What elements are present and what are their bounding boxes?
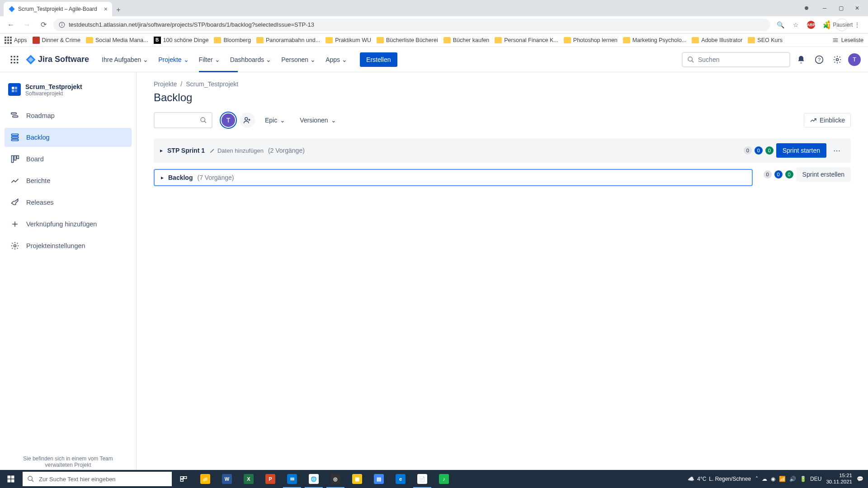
epic-filter[interactable]: Epic⌄ — [260, 114, 290, 127]
bookmark-item[interactable]: Adobe Illustrator — [692, 37, 742, 43]
browser-tab[interactable]: Scrum_Testprojekt – Agile-Board × — [4, 2, 112, 16]
create-button[interactable]: Erstellen — [360, 52, 397, 67]
apps-grid-icon — [5, 37, 12, 44]
sidebar-item-reports[interactable]: Berichte — [5, 171, 132, 190]
jira-logo[interactable]: Jira Software — [25, 54, 89, 65]
taskbar-app-powerpoint[interactable]: P — [259, 470, 281, 488]
nav-your-work[interactable]: Ihre Aufgaben⌄ — [98, 53, 152, 66]
bookmark-item[interactable]: Social Media Mana... — [86, 37, 148, 43]
add-people-button[interactable] — [240, 113, 255, 128]
taskbar-app-notepad[interactable]: 📄 — [411, 470, 433, 488]
taskbar-search-input[interactable]: Zur Suche Text hier eingeben — [23, 472, 172, 486]
tab-close-icon[interactable]: × — [104, 5, 108, 13]
help-icon[interactable]: ? — [812, 52, 826, 67]
profile-avatar[interactable]: T — [848, 53, 861, 66]
abp-extension-icon[interactable]: ABP — [805, 19, 817, 31]
taskbar-app-excel[interactable]: X — [238, 470, 259, 488]
bookmark-item[interactable]: Marketing Psycholo... — [623, 37, 687, 43]
bookmark-item[interactable]: B100 schöne Dinge — [154, 37, 209, 44]
nav-projects[interactable]: Projekte⌄ — [155, 53, 192, 66]
start-sprint-button[interactable]: Sprint starten — [776, 143, 826, 158]
apps-button[interactable]: Apps — [5, 37, 27, 44]
global-search-input[interactable]: Suchen — [682, 52, 790, 67]
nav-apps[interactable]: Apps⌄ — [322, 53, 351, 66]
breadcrumb-project[interactable]: Scrum_Testprojekt — [186, 80, 238, 88]
notifications-icon[interactable] — [794, 52, 808, 67]
backlog-section[interactable]: ▸ Backlog (7 Vorgänge) — [154, 169, 753, 186]
expand-sprint-toggle[interactable]: ▸ — [160, 147, 163, 154]
new-tab-button[interactable]: + — [112, 4, 125, 16]
sidebar-item-roadmap[interactable]: Roadmap — [5, 106, 132, 125]
tray-language[interactable]: DEU — [810, 476, 821, 482]
nav-dashboards[interactable]: Dashboards⌄ — [226, 53, 275, 66]
tray-location-icon[interactable]: ◉ — [771, 476, 775, 482]
svg-rect-6 — [11, 56, 12, 57]
settings-icon[interactable] — [830, 52, 844, 67]
app-switcher-icon[interactable] — [7, 52, 22, 67]
bookmark-item[interactable]: Dinner & Crime — [33, 37, 80, 44]
chrome-menu-icon[interactable]: ⋮ — [851, 19, 863, 31]
maximize-button[interactable]: ▢ — [834, 1, 848, 15]
create-sprint-button[interactable]: Sprint erstellen — [796, 167, 851, 182]
sync-indicator-icon[interactable] — [805, 6, 808, 10]
taskbar-app-explorer[interactable]: 📁 — [194, 470, 216, 488]
tray-volume-icon[interactable]: 🔊 — [789, 476, 796, 482]
sidebar-item-add-link[interactable]: Verknüpfung hinzufügen — [5, 215, 132, 234]
expand-backlog-toggle[interactable]: ▸ — [161, 174, 164, 181]
forward-button[interactable]: → — [21, 19, 33, 31]
sidebar-item-settings[interactable]: Projekteinstellungen — [5, 236, 132, 255]
taskbar-app-chrome[interactable]: 🌐 — [303, 470, 325, 488]
url-field[interactable]: testdeutsch1.atlassian.net/jira/software… — [53, 19, 770, 31]
reading-list-button[interactable]: Leseliste — [832, 37, 863, 44]
sidebar-item-releases[interactable]: Releases — [5, 193, 132, 212]
tray-cloud-icon[interactable]: ☁ — [762, 476, 767, 482]
profile-button[interactable]: T Pausiert — [835, 19, 848, 31]
bookmark-item[interactable]: Photoshop lernen — [564, 37, 618, 43]
insights-button[interactable]: Einblicke — [804, 113, 851, 127]
bookmark-item[interactable]: Bloomberg — [214, 37, 250, 43]
taskbar-app-edge[interactable]: e — [390, 470, 411, 488]
bookmark-item[interactable]: Bücher kaufen — [443, 37, 490, 43]
assignee-filter-avatar[interactable]: T — [221, 113, 236, 128]
nav-people[interactable]: Personen⌄ — [278, 53, 319, 66]
weather-widget[interactable]: ☁️ 4°C L. Regen/Schnee — [688, 476, 751, 482]
zoom-icon[interactable]: 🔍 — [774, 19, 787, 31]
sprint-issue-count: (2 Vorgänge) — [268, 147, 305, 154]
sidebar-item-backlog[interactable]: Backlog — [5, 128, 132, 147]
tray-chevron-icon[interactable]: ˄ — [755, 476, 758, 482]
taskbar-clock[interactable]: 15:21 30.11.2021 — [826, 473, 852, 485]
tray-wifi-icon[interactable]: 📶 — [779, 476, 786, 482]
backlog-search-input[interactable] — [154, 112, 212, 128]
bookmark-star-icon[interactable]: ☆ — [789, 19, 802, 31]
taskbar-app[interactable]: ▤ — [368, 470, 390, 488]
bookmark-item[interactable]: Panoramabahn und... — [256, 37, 320, 43]
extensions-icon[interactable]: 🧩 — [820, 19, 833, 31]
sprint-more-button[interactable]: ⋯ — [829, 143, 844, 158]
taskbar-app-mail[interactable]: ✉ — [281, 470, 303, 488]
breadcrumb-projects[interactable]: Projekte — [154, 80, 177, 88]
svg-point-19 — [836, 58, 839, 61]
taskbar-app-spotify[interactable]: ♪ — [433, 470, 455, 488]
taskbar-app-obs[interactable]: ◎ — [325, 470, 346, 488]
versions-filter[interactable]: Versionen⌄ — [295, 114, 340, 127]
tray-battery-icon[interactable]: 🔋 — [800, 476, 807, 482]
bookmark-item[interactable]: SEO Kurs — [748, 37, 783, 43]
task-view-button[interactable] — [173, 470, 194, 488]
bookmark-item[interactable]: Praktikum WU — [326, 37, 371, 43]
back-button[interactable]: ← — [5, 19, 17, 31]
project-header[interactable]: Scrum_Testprojekt Softwareprojekt — [5, 81, 132, 105]
reload-button[interactable]: ⟳ — [37, 19, 50, 31]
close-window-button[interactable]: ✕ — [850, 1, 864, 15]
nav-filters[interactable]: Filter⌄ — [195, 53, 224, 66]
taskbar-app[interactable]: ▦ — [346, 470, 368, 488]
bookmark-item[interactable]: Bücherliste Bücherei — [377, 37, 438, 43]
notification-center-icon[interactable]: 💬 — [857, 476, 863, 482]
site-info-icon[interactable] — [59, 22, 65, 28]
chart-icon — [810, 117, 817, 124]
sidebar-item-board[interactable]: Board — [5, 150, 132, 169]
bookmark-item[interactable]: Personal Finance K... — [495, 37, 558, 43]
minimize-button[interactable]: ─ — [817, 1, 832, 15]
taskbar-app-word[interactable]: W — [216, 470, 238, 488]
start-button[interactable] — [0, 470, 22, 488]
add-dates-button[interactable]: Daten hinzufügen — [209, 147, 264, 154]
